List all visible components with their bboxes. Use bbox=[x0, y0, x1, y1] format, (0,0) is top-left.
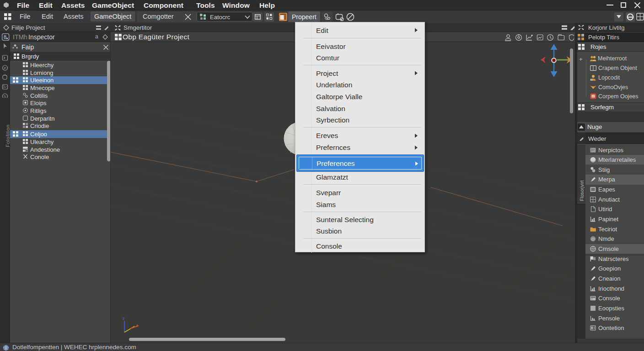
svg-text:8: 8 bbox=[4, 34, 6, 40]
svg-text:z: z bbox=[123, 316, 125, 321]
svg-text:5: 5 bbox=[4, 95, 6, 98]
svg-text:cr: cr bbox=[592, 95, 595, 98]
svg-text:P: P bbox=[4, 66, 6, 70]
